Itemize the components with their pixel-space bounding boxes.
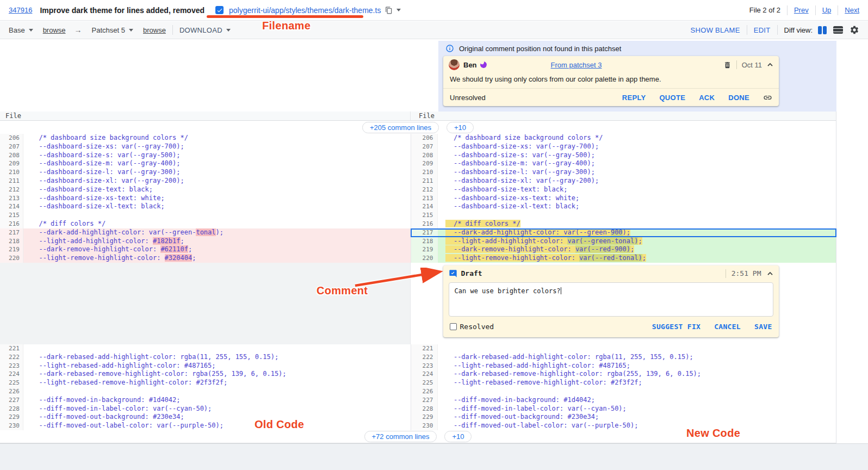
reply-button[interactable]: REPLY	[622, 94, 646, 102]
patchset-dropdown[interactable]: Patchset 5	[92, 26, 133, 34]
line-number-left[interactable]: 213	[0, 194, 23, 203]
line-number-right[interactable]: 219	[411, 245, 438, 254]
file-nav: File 2 of 2 Prev Up Next	[749, 5, 859, 15]
line-number-left[interactable]: 211	[0, 177, 23, 185]
line-number-right[interactable]: 210	[411, 168, 438, 177]
unified-view-icon[interactable]	[833, 26, 843, 34]
line-number-left[interactable]: 216	[0, 220, 23, 228]
line-number-left[interactable]: 212	[0, 185, 23, 194]
code-line-left: --dashboard-size-xl-text: black;	[23, 202, 411, 211]
line-number-left[interactable]: 226	[0, 387, 23, 396]
line-number-left[interactable]: 214	[0, 202, 23, 211]
line-number-left[interactable]: 209	[0, 159, 23, 168]
up-link[interactable]: Up	[822, 6, 832, 14]
copy-path-icon[interactable]	[385, 7, 393, 14]
line-number-left[interactable]: 225	[0, 379, 23, 387]
line-number-left[interactable]: 223	[0, 362, 23, 370]
file-header-row: File File	[0, 112, 836, 121]
expand-ten-lines-button[interactable]: +10	[447, 122, 474, 133]
file-path-link[interactable]: polygerrit-ui/app/styles/themes/dark-the…	[229, 6, 381, 15]
line-number-right[interactable]: 228	[411, 405, 438, 413]
suggest-fix-button[interactable]: SUGGEST FIX	[652, 323, 700, 331]
reviewed-checkbox[interactable]	[215, 6, 224, 14]
line-number-left[interactable]: 230	[0, 422, 23, 430]
info-icon	[445, 44, 454, 53]
line-number-right[interactable]: 222	[411, 353, 438, 362]
draft-comment-row: Draft 2:51 PM Can we use brighter colors…	[0, 263, 836, 344]
line-number-right[interactable]: 206	[411, 134, 438, 143]
edit-button[interactable]: EDIT	[754, 26, 771, 34]
line-number-right[interactable]: 207	[411, 143, 438, 151]
line-number-left[interactable]: 217	[0, 228, 23, 237]
line-number-right[interactable]: 217	[411, 228, 438, 237]
line-number-right[interactable]: 226	[411, 387, 438, 396]
line-number-right[interactable]: 213	[411, 194, 438, 203]
line-number-right[interactable]: 227	[411, 396, 438, 405]
line-number-right[interactable]: 208	[411, 151, 438, 160]
collapse-chevron-icon[interactable]	[767, 271, 773, 276]
resolved-checkbox[interactable]	[450, 323, 457, 330]
expand-ten-lines-button[interactable]: +10	[444, 431, 472, 442]
base-patchset-dropdown[interactable]: Base	[9, 26, 33, 34]
line-number-left[interactable]: 219	[0, 245, 23, 254]
line-number-right[interactable]: 209	[411, 159, 438, 168]
code-line-left: --dashboard-size-m: var(--gray-400);	[23, 159, 411, 168]
prev-file-link[interactable]: Prev	[794, 6, 809, 14]
line-number-left[interactable]: 218	[0, 237, 23, 246]
line-number-right[interactable]: 214	[411, 202, 438, 211]
line-number-left[interactable]: 221	[0, 344, 23, 353]
code-line-right: --dashboard-size-text: black;	[438, 185, 836, 194]
diff-preferences-gear-icon[interactable]	[850, 25, 859, 35]
line-number-right[interactable]: 212	[411, 185, 438, 194]
code-line-left: --dark-rebased-remove-highlight-color: r…	[23, 370, 411, 379]
ack-button[interactable]: ACK	[699, 94, 715, 102]
side-by-side-view-icon[interactable]	[818, 26, 827, 34]
diff-row-210: 210 --dashboard-size-l: var(--gray-300);…	[0, 168, 836, 177]
line-number-right[interactable]: 211	[411, 177, 438, 185]
code-line-right: --dashboard-size-xl: var(--gray-200);	[438, 177, 836, 185]
diff-row-219: 219 --dark-remove-highlight-color: #6211…	[0, 245, 836, 254]
line-number-right[interactable]: 225	[411, 379, 438, 387]
line-number-right[interactable]: 220	[411, 254, 438, 263]
line-number-right[interactable]: 224	[411, 370, 438, 379]
line-number-right[interactable]: 216	[411, 220, 438, 228]
line-number-left[interactable]: 220	[0, 254, 23, 263]
line-number-right[interactable]: 230	[411, 422, 438, 430]
browse-base-link[interactable]: browse	[43, 26, 66, 34]
code-line-right: --diff-moved-in-label-color: var(--cyan-…	[438, 405, 836, 413]
next-file-link[interactable]: Next	[845, 6, 859, 14]
line-number-left[interactable]: 229	[0, 413, 23, 422]
line-number-left[interactable]: 208	[0, 151, 23, 160]
line-number-right[interactable]: 221	[411, 344, 438, 353]
line-number-left[interactable]: 215	[0, 211, 23, 220]
line-number-left[interactable]: 207	[0, 143, 23, 151]
diff-row-208: 208 --dashboard-size-s: var(--gray-500);…	[0, 151, 836, 160]
line-number-left[interactable]: 222	[0, 353, 23, 362]
show-blame-button[interactable]: SHOW BLAME	[691, 26, 740, 34]
line-number-right[interactable]: 218	[411, 237, 438, 246]
download-dropdown[interactable]: DOWNLOAD	[179, 26, 231, 34]
from-patchset-link[interactable]: From patchset 3	[551, 61, 602, 69]
cancel-button[interactable]: CANCEL	[714, 323, 741, 331]
expand-common-lines-button[interactable]: +72 common lines	[364, 431, 437, 442]
delete-comment-icon[interactable]	[723, 61, 731, 69]
browse-patchset-link[interactable]: browse	[143, 26, 166, 34]
line-number-left[interactable]: 227	[0, 396, 23, 405]
code-line-right	[438, 344, 836, 353]
save-button[interactable]: SAVE	[754, 323, 772, 331]
line-number-right[interactable]: 215	[411, 211, 438, 220]
line-number-left[interactable]: 206	[0, 134, 23, 143]
line-number-right[interactable]: 223	[411, 362, 438, 370]
line-number-left[interactable]: 210	[0, 168, 23, 177]
line-number-right[interactable]: 229	[411, 413, 438, 422]
expand-common-lines-button[interactable]: +205 common lines	[362, 122, 439, 133]
quote-button[interactable]: QUOTE	[659, 94, 685, 102]
done-button[interactable]: DONE	[728, 94, 749, 102]
draft-textarea[interactable]: Can we use brighter colors?	[449, 282, 773, 317]
line-number-left[interactable]: 228	[0, 405, 23, 413]
line-number-left[interactable]: 224	[0, 370, 23, 379]
collapse-chevron-icon[interactable]	[767, 63, 773, 67]
copy-link-icon[interactable]	[763, 93, 772, 102]
file-dropdown-caret-icon[interactable]	[396, 9, 401, 11]
change-number-link[interactable]: 347916	[9, 6, 32, 14]
